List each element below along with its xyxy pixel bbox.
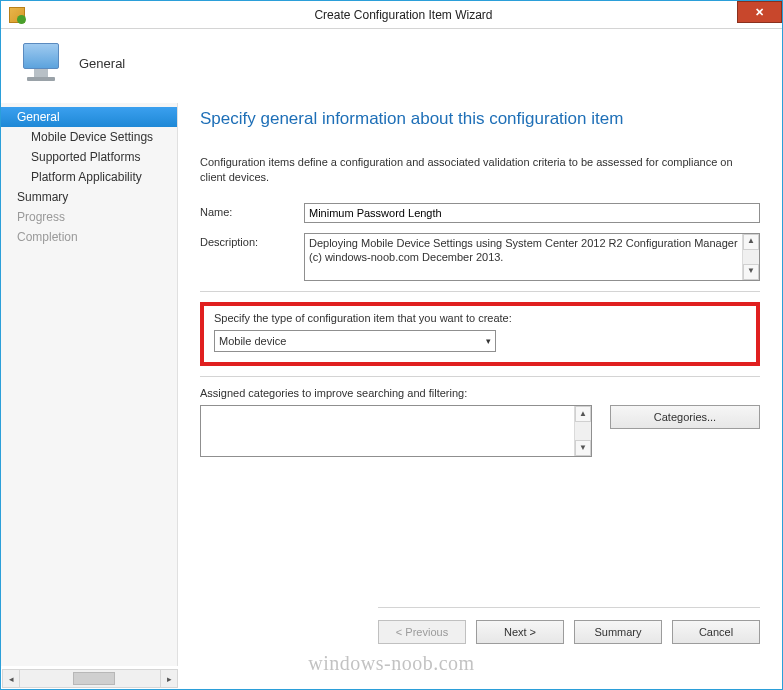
sidebar-item-supported-platforms[interactable]: Supported Platforms bbox=[1, 147, 177, 167]
scroll-up-icon[interactable]: ▲ bbox=[575, 406, 591, 422]
button-label: Next > bbox=[504, 626, 536, 638]
type-section-label: Specify the type of configuration item t… bbox=[214, 312, 746, 324]
sidebar-item-label: Progress bbox=[17, 210, 65, 224]
button-label: Categories... bbox=[654, 411, 716, 423]
next-button[interactable]: Next > bbox=[476, 620, 564, 644]
chevron-down-icon: ▾ bbox=[486, 336, 491, 346]
sidebar-item-mobile-device-settings[interactable]: Mobile Device Settings bbox=[1, 127, 177, 147]
sidebar-item-label: Summary bbox=[17, 190, 68, 204]
categories-label: Assigned categories to improve searching… bbox=[200, 387, 760, 399]
header-title: General bbox=[79, 56, 125, 71]
scroll-down-icon[interactable]: ▼ bbox=[575, 440, 591, 456]
button-label: < Previous bbox=[396, 626, 448, 638]
scroll-right-icon[interactable]: ▸ bbox=[160, 669, 178, 688]
button-label: Summary bbox=[594, 626, 641, 638]
intro-text: Configuration items define a configurati… bbox=[200, 155, 760, 185]
description-label: Description: bbox=[200, 233, 304, 248]
description-input[interactable]: Deploying Mobile Device Settings using S… bbox=[304, 233, 760, 281]
sidebar-item-label: Platform Applicability bbox=[31, 170, 142, 184]
wizard-footer: < Previous Next > Summary Cancel bbox=[378, 607, 760, 644]
button-label: Cancel bbox=[699, 626, 733, 638]
window-title: Create Configuration Item Wizard bbox=[25, 8, 782, 22]
sidebar-item-platform-applicability[interactable]: Platform Applicability bbox=[1, 167, 177, 187]
page-title: Specify general information about this c… bbox=[200, 109, 760, 129]
scroll-up-icon[interactable]: ▲ bbox=[743, 234, 759, 250]
divider bbox=[200, 376, 760, 377]
description-text: Deploying Mobile Device Settings using S… bbox=[309, 237, 738, 263]
scroll-thumb[interactable] bbox=[73, 672, 115, 685]
sidebar-horizontal-scrollbar[interactable]: ◂ ▸ bbox=[2, 669, 178, 688]
divider bbox=[200, 291, 760, 292]
sidebar-item-summary[interactable]: Summary bbox=[1, 187, 177, 207]
type-selection-highlight: Specify the type of configuration item t… bbox=[200, 302, 760, 366]
close-button[interactable]: ✕ bbox=[737, 1, 782, 23]
sidebar-item-label: General bbox=[17, 110, 60, 124]
scroll-track[interactable] bbox=[20, 669, 160, 688]
summary-button[interactable]: Summary bbox=[574, 620, 662, 644]
scroll-left-icon[interactable]: ◂ bbox=[2, 669, 20, 688]
wizard-sidebar: General Mobile Device Settings Supported… bbox=[1, 103, 178, 666]
sidebar-item-general[interactable]: General bbox=[1, 107, 177, 127]
sidebar-item-label: Completion bbox=[17, 230, 78, 244]
sidebar-item-label: Mobile Device Settings bbox=[31, 130, 153, 144]
computer-icon bbox=[19, 41, 63, 85]
scroll-down-icon[interactable]: ▼ bbox=[743, 264, 759, 280]
wizard-icon bbox=[9, 7, 25, 23]
sidebar-item-completion: Completion bbox=[1, 227, 177, 247]
select-value: Mobile device bbox=[219, 335, 286, 347]
previous-button: < Previous bbox=[378, 620, 466, 644]
name-label: Name: bbox=[200, 203, 304, 218]
name-input[interactable] bbox=[304, 203, 760, 223]
categories-scrollbar[interactable]: ▲ ▼ bbox=[574, 406, 591, 456]
wizard-header: General bbox=[1, 29, 782, 103]
cancel-button[interactable]: Cancel bbox=[672, 620, 760, 644]
close-icon: ✕ bbox=[755, 6, 764, 19]
sidebar-item-label: Supported Platforms bbox=[31, 150, 140, 164]
titlebar: Create Configuration Item Wizard ✕ bbox=[1, 1, 782, 29]
categories-listbox[interactable]: ▲ ▼ bbox=[200, 405, 592, 457]
categories-button[interactable]: Categories... bbox=[610, 405, 760, 429]
description-scrollbar[interactable]: ▲ ▼ bbox=[742, 234, 759, 280]
sidebar-item-progress: Progress bbox=[1, 207, 177, 227]
wizard-content: Specify general information about this c… bbox=[178, 103, 782, 666]
configuration-type-select[interactable]: Mobile device ▾ bbox=[214, 330, 496, 352]
